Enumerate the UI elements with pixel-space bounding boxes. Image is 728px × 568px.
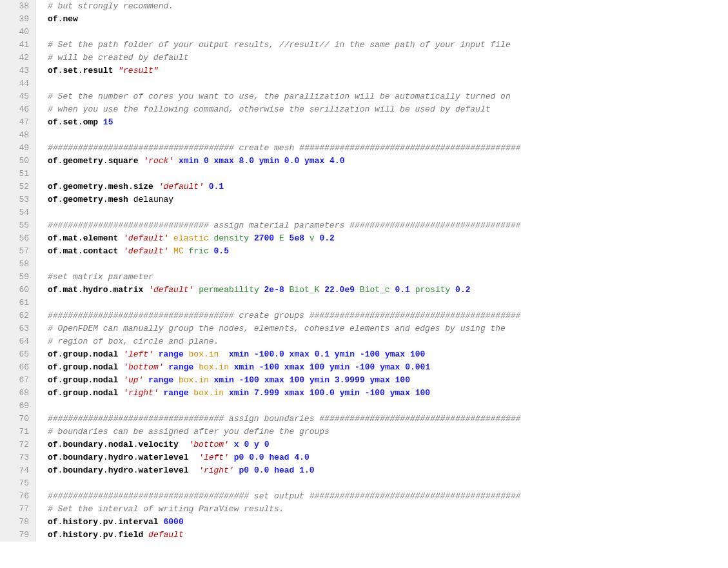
token-pl (355, 285, 360, 295)
code-line[interactable]: of.boundary.hydro.waterlevel 'left' p0 0… (48, 451, 728, 464)
token-kw: of (48, 195, 58, 204)
code-line[interactable]: of.history.pv.interval 6000 (48, 516, 728, 529)
code-line[interactable] (48, 400, 728, 413)
code-line[interactable]: ################################ assign … (48, 219, 728, 232)
code-line[interactable] (48, 77, 728, 90)
token-kw: of (48, 465, 58, 475)
token-pl (234, 156, 239, 166)
code-line[interactable]: of.mat.contact 'default' MC fric 0.5 (48, 245, 728, 258)
token-pl (279, 388, 284, 398)
code-line[interactable]: of.geometry.mesh delaunay (48, 193, 728, 206)
token-pl (209, 246, 214, 256)
code-line[interactable]: of.mat.hydro.matrix 'default' permeabili… (48, 284, 728, 297)
code-line[interactable]: # when you use the following command, ot… (48, 103, 728, 116)
token-pl (118, 362, 123, 372)
line-number: 73 (0, 451, 29, 464)
line-number: 76 (0, 490, 29, 503)
line-number: 64 (0, 335, 29, 348)
token-bl: ymin (335, 349, 355, 359)
token-pl: delaunay (133, 195, 173, 204)
token-kw: of (48, 362, 58, 372)
code-line[interactable] (48, 297, 728, 309)
line-number: 53 (0, 193, 29, 206)
token-nm: 0 (204, 156, 209, 166)
code-line[interactable] (48, 206, 728, 219)
token-cm: create groups (234, 311, 310, 320)
token-cm: # will be created by default (48, 53, 188, 63)
code-line[interactable]: of.set.result "result" (48, 64, 728, 77)
token-bl: ymin (340, 388, 360, 398)
code-line[interactable]: of.geometry.mesh.size 'default' 0.1 (48, 181, 728, 193)
token-pl (159, 517, 164, 527)
code-line[interactable]: ################################### assi… (48, 413, 728, 426)
token-pl (330, 375, 335, 385)
token-kw: set (63, 66, 77, 75)
code-line[interactable]: # OpenFDEM can manually group the nodes,… (48, 322, 728, 335)
token-pl (199, 156, 204, 166)
token-kw: mesh (108, 182, 128, 191)
line-number-gutter: 3839404142434445464748495051525354555657… (0, 0, 36, 542)
code-line[interactable]: of.set.omp 15 (48, 116, 728, 129)
code-line[interactable]: of.history.pv.field default (48, 529, 728, 542)
code-line[interactable]: of.boundary.nodal.velocity 'bottom' x 0 … (48, 438, 728, 451)
code-line[interactable] (48, 258, 728, 271)
token-bl: xmin (179, 156, 199, 166)
token-pl (279, 156, 284, 166)
token-cm: # but strongly recommend. (48, 1, 173, 11)
token-sr: 'default' (123, 233, 168, 243)
token-pl (128, 195, 133, 204)
code-line[interactable]: # boundaries can be assigned after you d… (48, 426, 728, 438)
token-kw: square (108, 156, 139, 166)
token-gr: prosity (415, 285, 451, 295)
code-line[interactable]: # Set the number of cores you want to us… (48, 90, 728, 103)
token-pl (168, 246, 173, 256)
code-line[interactable]: ##################################### cr… (48, 142, 728, 155)
code-line[interactable]: # region of box, circle and plane. (48, 335, 728, 348)
code-line[interactable]: #set matrix parameter (48, 271, 728, 284)
code-line[interactable]: of.group.nodal 'bottom' range box.in xmi… (48, 361, 728, 374)
line-number: 60 (0, 284, 29, 297)
token-pl: . (98, 530, 103, 540)
code-area[interactable]: # but strongly recommend.of.new # Set th… (36, 0, 728, 542)
code-line[interactable]: of.group.nodal 'right' range box.in xmin… (48, 387, 728, 400)
code-line[interactable] (48, 26, 728, 39)
line-number: 49 (0, 142, 29, 155)
line-number: 47 (0, 116, 29, 129)
line-number: 57 (0, 245, 29, 258)
code-line[interactable]: # Set the path folder of your output res… (48, 39, 728, 52)
token-kw: mat (63, 285, 77, 295)
token-pl: . (103, 195, 108, 204)
line-number: 79 (0, 529, 29, 542)
token-sr: 'rock' (143, 156, 173, 166)
code-line[interactable]: of.group.nodal 'up' range box.in xmin -1… (48, 374, 728, 387)
code-line[interactable]: ##################################### cr… (48, 309, 728, 322)
token-kw: hydro (108, 453, 133, 462)
token-kw: of (48, 388, 58, 398)
code-line[interactable]: # will be created by default (48, 52, 728, 64)
token-bl: xmax (284, 362, 304, 372)
token-kw: velocity (138, 440, 178, 449)
code-line[interactable]: # but strongly recommend. (48, 0, 728, 13)
code-line[interactable] (48, 477, 728, 490)
code-line[interactable]: of.boundary.hydro.waterlevel 'right' p0 … (48, 464, 728, 477)
token-pl (219, 349, 229, 359)
code-line[interactable] (48, 168, 728, 181)
token-nm: 0.5 (214, 246, 229, 256)
line-number: 59 (0, 271, 29, 284)
token-kw: of (48, 285, 58, 295)
code-line[interactable] (48, 129, 728, 142)
token-pl (209, 233, 214, 243)
line-number: 77 (0, 503, 29, 516)
code-line[interactable]: # Set the interval of writing ParaView r… (48, 503, 728, 516)
token-kw: boundary (63, 453, 103, 462)
token-pl: . (78, 285, 83, 295)
code-line[interactable]: of.group.nodal 'left' range box.in xmin … (48, 348, 728, 361)
code-line[interactable]: ########################################… (48, 490, 728, 503)
token-cm: # Set the number of cores you want to us… (48, 92, 511, 101)
token-pl (254, 156, 259, 166)
code-line[interactable]: of.new (48, 13, 728, 26)
code-line[interactable]: of.geometry.square 'rock' xmin 0 xmax 8.… (48, 155, 728, 168)
line-number: 61 (0, 297, 29, 309)
line-number: 55 (0, 219, 29, 232)
code-line[interactable]: of.mat.element 'default' elastic density… (48, 232, 728, 245)
